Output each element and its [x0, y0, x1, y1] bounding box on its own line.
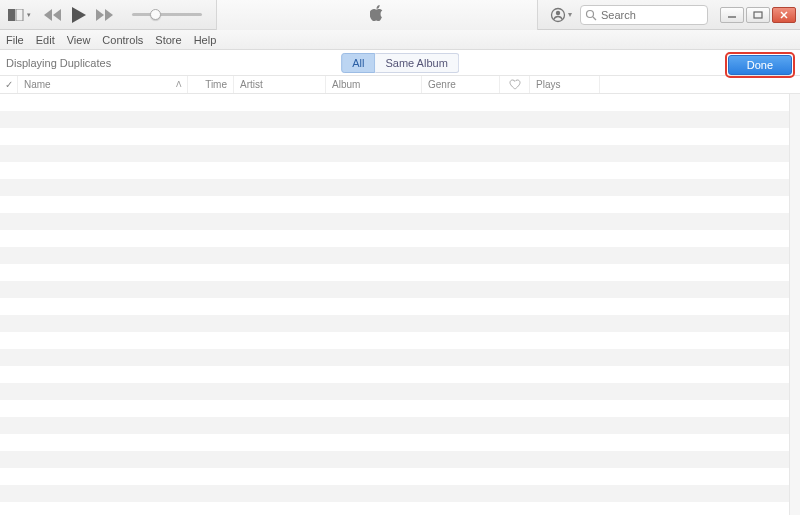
search-input[interactable]: [601, 9, 703, 21]
menu-store[interactable]: Store: [155, 34, 181, 46]
table-row: [0, 298, 800, 315]
table-row: [0, 213, 800, 230]
window-maximize-button[interactable]: [746, 7, 770, 23]
filter-same-album-button[interactable]: Same Album: [375, 53, 458, 73]
play-button[interactable]: [72, 7, 86, 23]
now-playing-display: [216, 0, 538, 30]
table-row: [0, 400, 800, 417]
menu-controls[interactable]: Controls: [102, 34, 143, 46]
heart-icon: [509, 79, 521, 90]
view-switcher[interactable]: ▾: [6, 5, 32, 25]
track-list: [0, 94, 800, 515]
column-name-label: Name: [24, 79, 51, 90]
menu-help[interactable]: Help: [194, 34, 217, 46]
svg-point-9: [587, 10, 594, 17]
done-button[interactable]: Done: [728, 55, 792, 75]
menu-view[interactable]: View: [67, 34, 91, 46]
table-row: [0, 417, 800, 434]
window-close-button[interactable]: [772, 7, 796, 23]
apple-logo-icon: [370, 5, 384, 24]
vertical-scrollbar[interactable]: [789, 94, 800, 515]
column-love[interactable]: [500, 76, 530, 93]
table-row: [0, 434, 800, 451]
table-row: [0, 383, 800, 400]
svg-marker-6: [105, 9, 113, 21]
svg-rect-1: [16, 9, 23, 21]
table-row: [0, 281, 800, 298]
column-time[interactable]: Time: [188, 76, 234, 93]
column-check[interactable]: ✓: [0, 76, 18, 93]
table-row: [0, 247, 800, 264]
filter-all-button[interactable]: All: [341, 53, 375, 73]
table-row: [0, 349, 800, 366]
column-album[interactable]: Album: [326, 76, 422, 93]
column-artist[interactable]: Artist: [234, 76, 326, 93]
sort-ascending-icon: ᐱ: [176, 80, 181, 89]
column-headers: ✓ Name ᐱ Time Artist Album Genre Plays: [0, 76, 800, 94]
search-field[interactable]: [580, 5, 708, 25]
table-row: [0, 264, 800, 281]
table-row: [0, 196, 800, 213]
view-header: Displaying Duplicates All Same Album Don…: [0, 50, 800, 76]
table-row: [0, 485, 800, 502]
svg-marker-3: [53, 9, 61, 21]
done-highlight: Done: [725, 52, 795, 78]
player-toolbar: ▾ ▾: [0, 0, 800, 30]
table-row: [0, 366, 800, 383]
playback-controls: [44, 7, 114, 23]
table-row: [0, 451, 800, 468]
table-row: [0, 502, 800, 515]
account-menu[interactable]: ▾: [550, 7, 572, 23]
volume-slider[interactable]: [132, 13, 202, 16]
search-icon: [585, 9, 597, 21]
svg-rect-12: [754, 12, 762, 18]
table-row: [0, 145, 800, 162]
table-row: [0, 162, 800, 179]
table-row: [0, 111, 800, 128]
table-row: [0, 468, 800, 485]
menu-edit[interactable]: Edit: [36, 34, 55, 46]
next-track-button[interactable]: [96, 9, 114, 21]
svg-rect-0: [8, 9, 15, 21]
column-plays[interactable]: Plays: [530, 76, 600, 93]
svg-line-10: [593, 17, 596, 20]
svg-marker-2: [44, 9, 52, 21]
table-row: [0, 179, 800, 196]
prev-track-button[interactable]: [44, 9, 62, 21]
window-minimize-button[interactable]: [720, 7, 744, 23]
column-genre[interactable]: Genre: [422, 76, 500, 93]
svg-marker-5: [96, 9, 104, 21]
svg-point-8: [556, 10, 560, 14]
status-label: Displaying Duplicates: [0, 57, 111, 69]
menu-file[interactable]: File: [6, 34, 24, 46]
svg-marker-4: [72, 7, 86, 23]
table-row: [0, 315, 800, 332]
table-row: [0, 128, 800, 145]
column-name[interactable]: Name ᐱ: [18, 76, 188, 93]
table-row: [0, 230, 800, 247]
duplicate-filter-segment: All Same Album: [341, 53, 459, 73]
table-row: [0, 94, 800, 111]
menu-bar: File Edit View Controls Store Help: [0, 30, 800, 50]
table-row: [0, 332, 800, 349]
